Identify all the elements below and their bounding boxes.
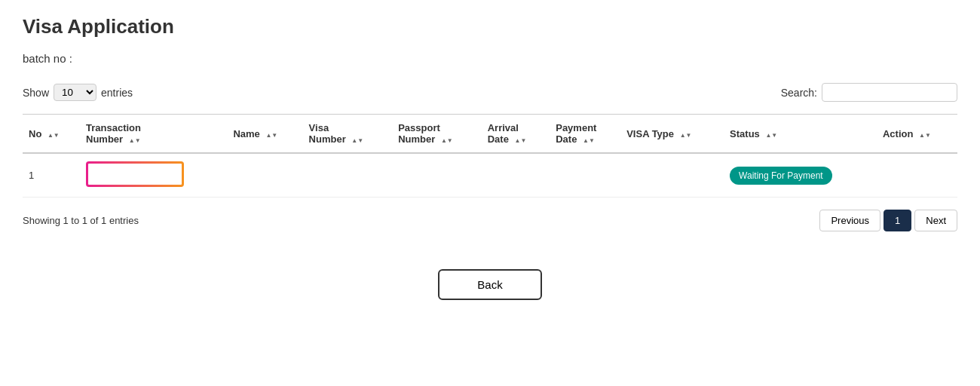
- batch-label: batch no :: [23, 52, 957, 65]
- controls-row: Show 10 25 50 100 entries Search:: [23, 83, 957, 102]
- col-transaction-number: TransactionNumber ▲▼: [80, 115, 227, 154]
- previous-button[interactable]: Previous: [819, 210, 880, 231]
- sort-arrows-action: ▲▼: [919, 133, 931, 139]
- sort-arrows-name: ▲▼: [265, 133, 277, 139]
- cell-no: 1: [23, 153, 80, 198]
- sort-arrows-txn: ▲▼: [129, 138, 141, 144]
- cell-payment-date: [550, 153, 620, 198]
- sort-arrows-visa: ▲▼: [351, 138, 363, 144]
- status-badge: Waiting For Payment: [730, 167, 832, 185]
- back-section: Back: [23, 269, 957, 300]
- col-payment-date: PaymentDate ▲▼: [550, 115, 620, 154]
- sort-arrows-no: ▲▼: [47, 133, 60, 139]
- show-entries: Show 10 25 50 100 entries: [23, 84, 133, 101]
- cell-arrival-date: [482, 153, 550, 198]
- search-input[interactable]: [822, 83, 957, 102]
- next-button[interactable]: Next: [914, 210, 957, 231]
- sort-arrows-visatype: ▲▼: [680, 133, 692, 139]
- cell-visa-type: [620, 153, 724, 198]
- cell-transaction-number: [80, 153, 227, 198]
- pagination: Previous 1 Next: [819, 210, 957, 231]
- col-no: No ▲▼: [23, 115, 80, 154]
- table-body: 1 Waiting For Payment: [23, 153, 957, 198]
- sort-arrows-arrival: ▲▼: [515, 138, 527, 144]
- table-header-row: No ▲▼ TransactionNumber ▲▼ Name ▲▼ VisaN…: [23, 115, 957, 154]
- table-row: 1 Waiting For Payment: [23, 153, 957, 198]
- page-wrapper: Visa Application batch no : Show 10 25 5…: [0, 0, 980, 315]
- col-name: Name ▲▼: [227, 115, 302, 154]
- col-visa-type: VISA Type ▲▼: [620, 115, 724, 154]
- cell-name: [227, 153, 302, 198]
- showing-text: Showing 1 to 1 of 1 entries: [23, 215, 139, 226]
- search-box: Search:: [781, 83, 957, 102]
- entries-label: entries: [101, 87, 133, 99]
- footer-row: Showing 1 to 1 of 1 entries Previous 1 N…: [23, 210, 957, 231]
- show-label: Show: [23, 87, 49, 99]
- cell-passport-number: [392, 153, 482, 198]
- data-table: No ▲▼ TransactionNumber ▲▼ Name ▲▼ VisaN…: [23, 114, 957, 198]
- entries-select[interactable]: 10 25 50 100: [54, 84, 96, 101]
- page-1-button[interactable]: 1: [884, 210, 911, 231]
- cell-action: [877, 153, 957, 198]
- search-label: Search:: [781, 87, 817, 99]
- sort-arrows-passport: ▲▼: [441, 138, 453, 144]
- transaction-number-box[interactable]: [86, 161, 184, 187]
- cell-visa-number: [303, 153, 393, 198]
- cell-status: Waiting For Payment: [724, 153, 877, 198]
- col-passport-number: PassportNumber ▲▼: [392, 115, 482, 154]
- sort-arrows-status: ▲▼: [765, 133, 777, 139]
- col-action: Action ▲▼: [877, 115, 957, 154]
- page-title: Visa Application: [23, 15, 957, 38]
- back-button[interactable]: Back: [438, 269, 541, 300]
- col-status: Status ▲▼: [724, 115, 877, 154]
- sort-arrows-payment: ▲▼: [583, 138, 595, 144]
- col-visa-number: VisaNumber ▲▼: [303, 115, 393, 154]
- col-arrival-date: ArrivalDate ▲▼: [482, 115, 550, 154]
